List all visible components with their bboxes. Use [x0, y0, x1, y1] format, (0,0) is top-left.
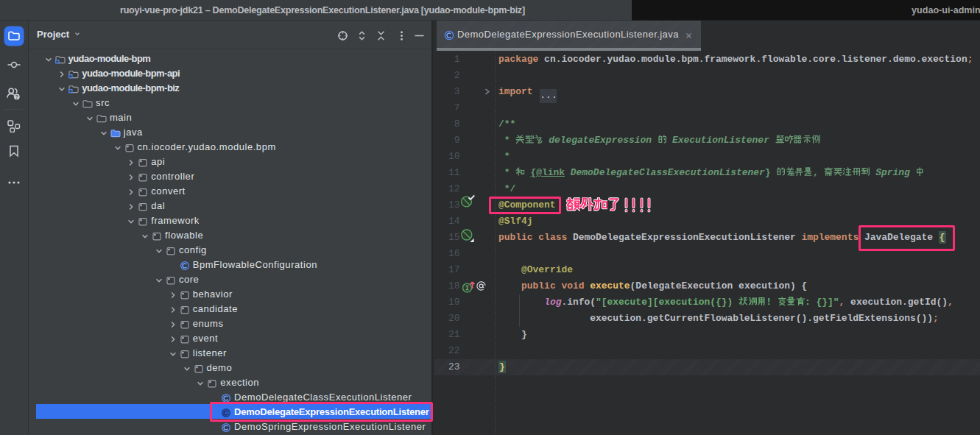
svg-text:?: ?	[15, 94, 18, 99]
